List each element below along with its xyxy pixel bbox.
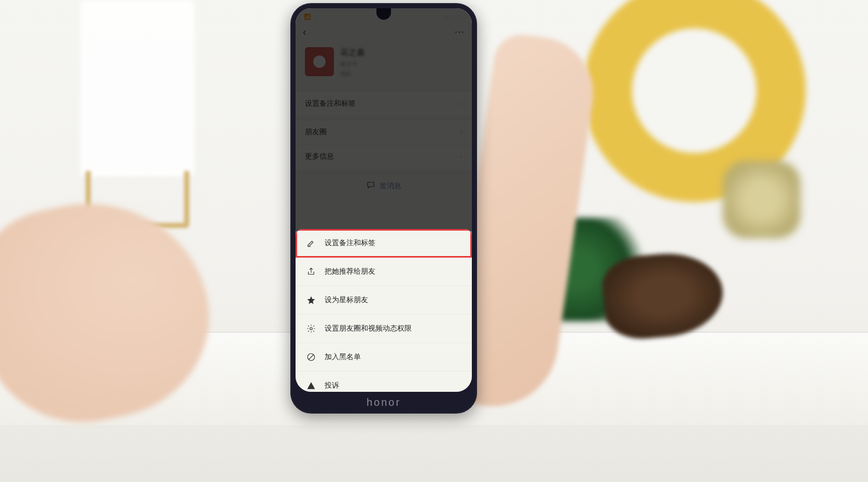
block-icon <box>306 352 316 362</box>
sheet-item-label: 加入黑名单 <box>325 352 361 362</box>
sheet-item-label: 设为星标朋友 <box>325 295 368 305</box>
sheet-item-privacy[interactable]: 设置朋友圈和视频动态权限 <box>296 315 472 343</box>
sheet-item-block[interactable]: 加入黑名单 <box>296 343 472 372</box>
edit-icon <box>306 238 316 248</box>
background-planter <box>80 0 194 176</box>
share-icon <box>306 266 316 277</box>
star-icon <box>306 295 316 305</box>
sheet-item-label: 设置朋友圈和视频动态权限 <box>325 324 412 333</box>
sheet-item-star[interactable]: 设为星标朋友 <box>296 286 472 315</box>
phone-screen: 📶 ▲ ▮▯ 9:12 ‹ ⋯ 花之鑫 微信号 地区 <box>296 8 472 392</box>
phone-device: 📶 ▲ ▮▯ 9:12 ‹ ⋯ 花之鑫 微信号 地区 <box>290 3 477 414</box>
settings-icon <box>306 323 316 334</box>
sheet-item-recommend[interactable]: 把她推荐给朋友 <box>296 258 472 286</box>
sheet-item-report[interactable]: 投诉 <box>296 372 472 392</box>
warning-icon <box>306 380 316 391</box>
svg-point-0 <box>310 328 313 330</box>
action-sheet: 设置备注和标签 把她推荐给朋友 设为星标朋友 设置朋友圈和视频动态权限 <box>296 229 472 392</box>
background-pinecone <box>600 249 726 342</box>
phone-brand-label: honor <box>290 396 477 408</box>
sheet-item-label: 设置备注和标签 <box>325 238 375 248</box>
sheet-item-label: 投诉 <box>325 381 339 390</box>
background-star-prop <box>723 161 801 238</box>
sheet-item-label: 把她推荐给朋友 <box>325 267 375 276</box>
sheet-item-set-remark[interactable]: 设置备注和标签 <box>296 229 472 258</box>
